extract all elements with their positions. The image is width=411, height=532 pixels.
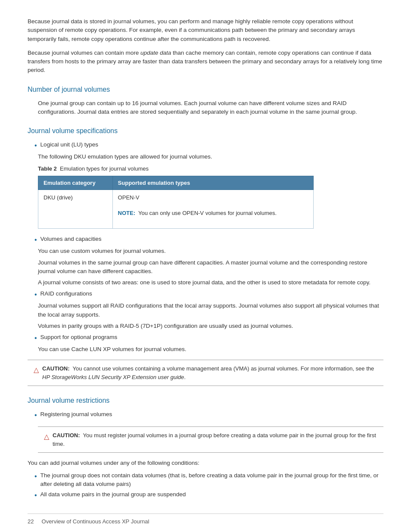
bullet-volumes-text: Volumes and capacities (40, 235, 383, 243)
intro-para2: Because journal volumes can contain more… (28, 49, 383, 75)
table-caption-text: Emulation types for journal volumes (60, 165, 149, 172)
bullet-lu-types: • Logical unit (LU) types (34, 140, 383, 151)
volumes-sub1: You can use custom volumes for journal v… (38, 247, 383, 255)
bullet-lu-types-text: Logical unit (LU) types (40, 140, 383, 149)
bullet-raid-text: RAID configurations (40, 289, 383, 298)
caution-2-content: CAUTION: You must register journal volum… (53, 431, 377, 448)
caution-icon-2: △ (44, 432, 49, 442)
caution-1-label: CAUTION: (42, 365, 70, 372)
intro-para2-start: Because journal volumes can contain more (28, 50, 140, 56)
raid-sub2: Volumes in parity groups with a RAID-5 (… (38, 322, 383, 330)
caution-2-text: You must register journal volumes in a j… (53, 432, 376, 447)
table-cell-openv: OPEN-V NOTE: You can only use OPEN-V vol… (112, 190, 313, 229)
bullet-dot-sub-1: • (34, 471, 37, 482)
optional-sub: You can use Cache LUN XP volumes for jou… (38, 345, 383, 354)
number-heading: Number of journal volumes (28, 84, 383, 95)
footer-page-number: 22 (28, 518, 34, 525)
specs-heading: Journal volume specifications (28, 126, 383, 136)
table-cell-dku: DKU (drive) (38, 190, 113, 229)
caution-1-text-start: You cannot use volumes containing a volu… (73, 365, 374, 372)
bullet-volumes: • Volumes and capacities (34, 235, 383, 245)
footer-bar: 22 Overview of Continuous Access XP Jour… (28, 513, 383, 526)
bullet-dot-sub-2: • (34, 490, 37, 501)
caution-1-content: CAUTION: You cannot use volumes containi… (42, 364, 377, 381)
restrictions-sub-item-1: • The journal group does not contain dat… (34, 471, 383, 489)
restrictions-sub-2-text: All data volume pairs in the journal gro… (40, 490, 383, 499)
restrictions-sub-1-text: The journal group does not contain data … (40, 471, 383, 489)
caution-1-end: . (184, 374, 186, 380)
table-header-supported: Supported emulation types (112, 176, 313, 190)
table-header-category: Emulation category (38, 176, 113, 190)
bullet-optional: • Support for optional programs (34, 333, 383, 343)
lu-types-sub: The following DKU emulation types are al… (38, 152, 383, 161)
table-note-box: NOTE: You can only use OPEN-V volumes fo… (118, 206, 308, 220)
intro-para1: Because journal data is stored in journa… (28, 17, 383, 44)
restrictions-body: You can add journal volumes under any of… (28, 459, 383, 467)
restrictions-sub-item-2: • All data volume pairs in the journal g… (34, 490, 383, 501)
note-label: NOTE: (118, 210, 135, 216)
caution-box-1: △ CAUTION: You cannot use volumes contai… (28, 360, 383, 386)
bullet-dot-4: • (34, 333, 37, 343)
bullet-dot-2: • (34, 235, 37, 245)
caution-1-italic: HP StorageWorks LUN Security XP Extensio… (42, 374, 184, 380)
table-openv-value: OPEN-V (118, 193, 308, 202)
table-caption: Table 2 Emulation types for journal volu… (38, 165, 383, 173)
caution-2-label: CAUTION: (53, 432, 80, 439)
emulation-table: Emulation category Supported emulation t… (38, 176, 314, 229)
table-caption-label: Table 2 (38, 165, 57, 172)
bullet-dot-1: • (34, 140, 37, 151)
bullet-optional-text: Support for optional programs (40, 333, 383, 342)
bullet-dot-3: • (34, 289, 37, 300)
note-text: You can only use OPEN-V volumes for jour… (138, 210, 277, 216)
caution-box-2: △ CAUTION: You must register journal vol… (38, 426, 383, 453)
number-body: One journal group can contain up to 16 j… (38, 99, 383, 117)
restrictions-heading: Journal volume restrictions (28, 395, 383, 406)
caution-icon-1: △ (34, 365, 39, 375)
bullet-raid: • RAID configurations (34, 289, 383, 300)
bullet-dot-5: • (34, 410, 37, 420)
bullet-registering: • Registering journal volumes (34, 410, 383, 420)
volumes-sub3: A journal volume consists of two areas: … (38, 278, 383, 287)
intro-para2-italic: update data (140, 50, 171, 56)
raid-sub1: Journal volumes support all RAID configu… (38, 302, 383, 319)
footer-text: Overview of Continuous Access XP Journal (42, 518, 149, 525)
table-row: DKU (drive) OPEN-V NOTE: You can only us… (38, 190, 314, 229)
volumes-sub2: Journal volumes in the same journal grou… (38, 258, 383, 276)
bullet-registering-text: Registering journal volumes (40, 410, 383, 419)
